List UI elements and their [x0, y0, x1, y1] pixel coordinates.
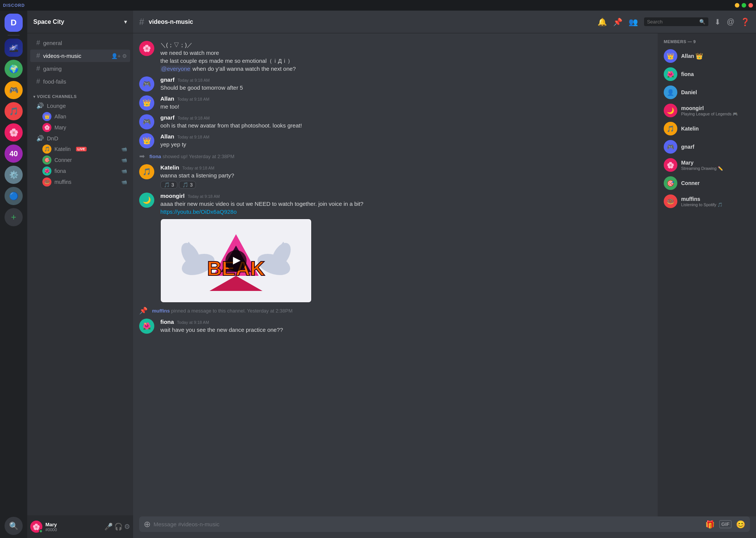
help-icon[interactable]: ❓	[740, 17, 750, 26]
voice-user-name-katelin: Katelin	[54, 146, 71, 152]
member-item-katelin[interactable]: 🎵 Katelin	[661, 120, 753, 138]
channel-hash-icon: #	[36, 52, 40, 60]
server-icon-8[interactable]: 🔵	[5, 187, 23, 205]
search-box[interactable]: 🔍	[644, 17, 708, 26]
voice-channel-dnd[interactable]: 🔊 DnD	[30, 133, 130, 143]
voice-user-fiona[interactable]: 🌺 fiona 📹	[30, 166, 130, 176]
msg-author-moongirl[interactable]: moongirl	[160, 193, 185, 199]
add-member-icon[interactable]: 👤+	[111, 53, 121, 59]
msg-author-fiona[interactable]: fiona	[160, 319, 174, 325]
voice-user-katelin[interactable]: 🎵 Katelin LIVE 📹	[30, 144, 130, 154]
camera-icon-fiona: 📹	[121, 168, 127, 174]
channel-header-name: videos-n-music	[149, 19, 193, 25]
voice-user-muffins[interactable]: 🍩 muffins 📹	[30, 177, 130, 187]
channel-hash-icon: #	[36, 78, 40, 86]
msg-author-allan2[interactable]: Allan	[160, 133, 174, 140]
headphones-icon[interactable]: 🎧	[114, 522, 123, 531]
video-link[interactable]: https://youtu.be/OiDx6aQ928o	[160, 208, 237, 215]
message-row-1: 🌸 ＼(；▽；)／ we need to watch more the last…	[133, 39, 658, 74]
member-item-gnarf[interactable]: 🎮 gnarf	[661, 138, 753, 156]
explore-servers-button[interactable]: 🔍	[5, 517, 23, 535]
window-controls[interactable]	[735, 3, 753, 8]
voice-channel-lounge[interactable]: 🔊 Lounge	[30, 101, 130, 111]
channel-item-gaming[interactable]: # gaming	[30, 62, 130, 75]
member-avatar-muffins: 🍩	[664, 194, 677, 208]
msg-text-allan1: me too!	[160, 103, 652, 110]
server-icon-3[interactable]: 🎮	[5, 81, 23, 99]
video-thumbnail[interactable]: BEAK	[161, 219, 311, 302]
add-file-button[interactable]: ⊕	[144, 519, 151, 529]
video-play-button[interactable]	[225, 250, 247, 271]
member-item-muffins[interactable]: 🍩 muffins Listening to Spotify 🎵	[661, 192, 753, 210]
add-server-button[interactable]: +	[5, 208, 23, 226]
voice-user-avatar-fiona: 🌺	[42, 166, 51, 176]
msg-avatar-gnarf: 🎮	[139, 76, 154, 92]
search-input[interactable]	[647, 19, 696, 25]
message-row-fiona: 🌺 fiona Today at 9:18 AM wait have you s…	[133, 317, 658, 335]
msg-content-gnarf2: gnarf Today at 9:18 AM ooh is that new a…	[160, 114, 652, 129]
minimize-button[interactable]	[735, 3, 739, 8]
msg-header-allan: Allan Today at 9:18 AM	[160, 95, 652, 102]
server-header[interactable]: Space City ▾	[27, 11, 133, 33]
titlebar: DISCORD	[0, 0, 756, 11]
member-item-mary[interactable]: 🌸 Mary Streaming Drawing ✏️	[661, 156, 753, 174]
message-row-allan-1: 👑 Allan Today at 9:18 AM me too!	[133, 94, 658, 112]
maximize-button[interactable]	[742, 3, 746, 8]
voice-user-conner[interactable]: 🎯 Conner 📹	[30, 155, 130, 165]
message-row-gnarf-1: 🎮 gnarf Today at 9:18 AM Should be good …	[133, 75, 658, 93]
member-name-muffins: muffins	[681, 196, 700, 202]
member-status-mary: Streaming Drawing ✏️	[681, 166, 750, 171]
channel-item-food-fails[interactable]: # food-fails	[30, 75, 130, 88]
reaction-2[interactable]: 🎵 3	[179, 181, 196, 189]
member-name-moongirl: moongirl	[681, 105, 704, 111]
settings-icon[interactable]: ⚙	[122, 53, 127, 59]
voice-channels-category[interactable]: ▾ VOICE CHANNELS	[27, 88, 133, 100]
gif-button[interactable]: GIF	[719, 520, 731, 528]
channel-name-food-fails: food-fails	[43, 78, 66, 85]
server-icon-6[interactable]: 40	[5, 145, 23, 163]
member-name-gnarf: gnarf	[681, 144, 694, 150]
server-icon-5[interactable]: 🌸	[5, 123, 23, 141]
pin-system-text: muffins pinned a message to this channel…	[152, 308, 292, 314]
settings-icon[interactable]: ⚙	[124, 522, 130, 531]
msg-author-gnarf2[interactable]: gnarf	[160, 114, 175, 121]
member-item-daniel[interactable]: 👤 Daniel	[661, 83, 753, 101]
voice-user-mary[interactable]: 🌸 Mary	[30, 122, 130, 133]
gift-icon[interactable]: 🎁	[705, 520, 715, 529]
member-item-conner[interactable]: 🎯 Conner	[661, 174, 753, 192]
voice-user-name-fiona: fiona	[54, 168, 66, 174]
msg-author-allan[interactable]: Allan	[160, 95, 174, 102]
server-icon-7[interactable]: ⚙️	[5, 166, 23, 184]
msg-avatar-fiona: 🌺	[139, 319, 154, 334]
member-item-allan[interactable]: 👑 Allan 👑	[661, 47, 753, 65]
members-icon[interactable]: 👥	[629, 17, 638, 26]
server-icon-space-city[interactable]: 🌌	[5, 39, 23, 57]
msg-author-katelin[interactable]: Katelin	[160, 164, 179, 171]
channel-item-videos-n-music[interactable]: # videos-n-music 👤+ ⚙	[30, 50, 130, 62]
server-icon-discord[interactable]: D	[5, 14, 23, 32]
pin-icon[interactable]: 📌	[613, 17, 622, 26]
member-item-moongirl[interactable]: 🌙 moongirl Playing League of Legends 🎮	[661, 101, 753, 120]
server-icon-4[interactable]: 🎵	[5, 102, 23, 120]
emoji-button[interactable]: 😊	[736, 520, 745, 529]
mention-icon[interactable]: @	[727, 17, 734, 26]
mention-everyone[interactable]: @everyone	[160, 65, 191, 72]
system-actor-fiona[interactable]: fiona	[149, 154, 161, 159]
server-icon-2[interactable]: 🌍	[5, 60, 23, 78]
message-text-input[interactable]	[154, 516, 702, 532]
channel-item-general[interactable]: # general	[30, 37, 130, 49]
download-icon[interactable]: ⬇	[714, 17, 721, 26]
member-item-fiona[interactable]: 🌺 fiona	[661, 65, 753, 83]
voice-user-icons-conner: 📹	[121, 157, 127, 163]
bell-icon[interactable]: 🔔	[598, 17, 607, 26]
system-actor-muffins[interactable]: muffins	[152, 308, 170, 314]
member-avatar-gnarf: 🎮	[664, 140, 677, 154]
msg-author-gnarf[interactable]: gnarf	[160, 76, 175, 83]
close-button[interactable]	[748, 3, 753, 8]
member-name-fiona: fiona	[681, 71, 694, 77]
message-row-gnarf-2: 🎮 gnarf Today at 9:18 AM ooh is that new…	[133, 113, 658, 131]
member-avatar-wrap-daniel: 👤	[664, 86, 677, 99]
reaction-1[interactable]: 🎵 3	[160, 181, 177, 189]
voice-user-allan[interactable]: 👑 Allan	[30, 111, 130, 122]
microphone-icon[interactable]: 🎤	[104, 522, 113, 531]
